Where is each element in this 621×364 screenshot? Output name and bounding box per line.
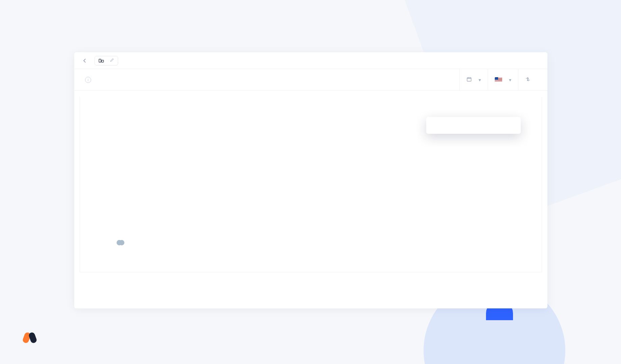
info-icon[interactable]: i: [85, 77, 91, 83]
flag-icon: [495, 77, 502, 83]
filters-group: ▾ ▾: [459, 69, 541, 90]
country-filter[interactable]: ▾: [488, 69, 518, 90]
compare-icon: [525, 77, 531, 83]
edit-icon[interactable]: [110, 58, 114, 64]
svg-rect-2: [467, 78, 471, 81]
chart-tooltip: [426, 117, 521, 134]
svg-point-4: [119, 240, 125, 245]
x-axis-labels: [108, 257, 534, 264]
chart-watermark: [116, 238, 127, 247]
chart-plot[interactable]: [87, 109, 534, 264]
brand-mark-icon: [24, 332, 36, 344]
industry-icon: [98, 58, 104, 64]
date-range-filter[interactable]: ▾: [459, 69, 488, 90]
traffic-filter[interactable]: [518, 69, 541, 90]
title-bar: i ▾ ▾: [74, 69, 547, 91]
chart-card: [80, 97, 542, 272]
header-bar: [74, 52, 547, 69]
calendar-icon: [466, 77, 472, 83]
industry-chip[interactable]: [94, 56, 118, 65]
app-frame: i ▾ ▾: [74, 52, 547, 308]
chevron-down-icon: ▾: [509, 77, 511, 83]
svg-rect-1: [102, 60, 104, 62]
endpoint-markers: [530, 109, 536, 254]
svg-rect-0: [99, 59, 101, 62]
chevron-down-icon: ▾: [479, 77, 481, 83]
brand-logo-footer: [24, 332, 39, 344]
back-button[interactable]: [80, 56, 90, 66]
